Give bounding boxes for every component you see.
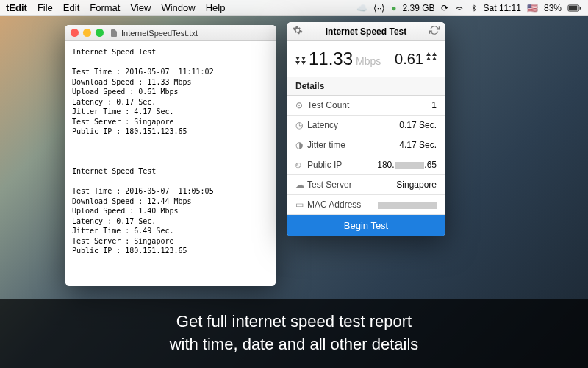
row-test-count: ⊙ Test Count 1 — [287, 96, 445, 116]
menu-format[interactable]: Format — [90, 2, 120, 13]
speed-readout: 11.33 Mbps 0.61 — [287, 41, 445, 77]
speed-test-titlebar: Internet Speed Test — [287, 22, 445, 41]
minimize-button[interactable] — [83, 29, 91, 37]
mac-icon: ▭ — [295, 199, 307, 210]
speed-test-window: Internet Speed Test 11.33 Mbps 0.61 Deta… — [287, 22, 445, 236]
upload-arrow-icon — [426, 52, 437, 67]
zoom-button[interactable] — [96, 29, 104, 37]
counter-icon: ⊙ — [295, 100, 307, 110]
textedit-titlebar[interactable]: InternetSpeedTest.txt — [65, 25, 276, 41]
bluetooth-icon[interactable] — [470, 3, 478, 13]
row-latency: ◷ Latency 0.17 Sec. — [287, 116, 445, 135]
menu-view[interactable]: View — [130, 2, 151, 13]
server-icon: ☁ — [295, 180, 307, 190]
jitter-icon: ◑ — [295, 140, 307, 150]
mac-label: MAC Address — [307, 199, 361, 210]
row-mac: ▭ MAC Address 00:00:00:00 — [287, 195, 445, 215]
public-ip-value: 180.00.000.65 — [377, 160, 437, 170]
close-button[interactable] — [71, 29, 79, 37]
public-ip-label: Public IP — [307, 160, 342, 170]
app-name[interactable]: tEdit — [6, 2, 27, 13]
cloud-icon[interactable]: ☁️ — [356, 3, 368, 13]
row-jitter: ◑ Jitter time 4.17 Sec. — [287, 135, 445, 155]
server-value: Singapore — [396, 180, 437, 190]
row-server: ☁ Test Server Singapore — [287, 175, 445, 195]
jitter-value: 4.17 Sec. — [399, 140, 437, 150]
latency-label: Latency — [307, 120, 338, 130]
mac-value: 00:00:00:00 — [378, 199, 437, 210]
caption-line-2: with time, date and all other details — [15, 333, 573, 356]
memory-status[interactable]: 2.39 GB — [403, 3, 435, 13]
textedit-body[interactable]: Internet Speed Test Test Time : 2016-05-… — [65, 41, 276, 262]
sync-icon[interactable]: ⟳ — [441, 3, 448, 13]
refresh-icon[interactable] — [429, 25, 440, 38]
test-count-label: Test Count — [307, 100, 349, 110]
settings-icon[interactable] — [293, 25, 303, 38]
clock-text[interactable]: Sat 11:11 — [484, 3, 521, 13]
filename-label: InternetSpeedTest.txt — [121, 29, 198, 38]
svg-rect-2 — [580, 7, 581, 9]
test-count-value: 1 — [431, 100, 437, 110]
download-speed-unit: Mbps — [356, 55, 381, 67]
textedit-window: InternetSpeedTest.txt Internet Speed Tes… — [65, 25, 276, 286]
details-header: Details — [287, 77, 445, 96]
status-dot-icon[interactable]: ● — [391, 3, 396, 13]
document-title: InternetSpeedTest.txt — [110, 29, 198, 38]
ip-icon: ⎋ — [295, 160, 307, 170]
download-arrow-icon — [295, 53, 306, 68]
menu-extra-icon[interactable]: ⟨··⟩ — [373, 3, 386, 13]
menu-file[interactable]: File — [37, 2, 53, 13]
download-speed-value: 11.33 — [309, 49, 353, 69]
caption-line-1: Get full internet speed test report — [15, 311, 573, 333]
speed-test-title: Internet Speed Test — [326, 26, 406, 37]
begin-test-button[interactable]: Begin Test — [287, 215, 445, 236]
latency-icon: ◷ — [295, 120, 307, 130]
battery-icon[interactable] — [567, 3, 582, 13]
battery-text[interactable]: 83% — [544, 3, 562, 13]
menu-edit[interactable]: Edit — [63, 2, 79, 13]
marketing-caption: Get full internet speed test report with… — [0, 299, 588, 368]
menu-help[interactable]: Help — [206, 2, 226, 13]
server-label: Test Server — [307, 180, 352, 190]
row-public-ip: ⎋ Public IP 180.00.000.65 — [287, 155, 445, 175]
wifi-icon[interactable] — [454, 3, 465, 13]
jitter-label: Jitter time — [307, 140, 345, 150]
flag-icon[interactable]: 🇺🇸 — [527, 3, 538, 13]
menubar: tEdit File Edit Format View Window Help … — [0, 0, 588, 16]
svg-rect-1 — [569, 5, 578, 10]
latency-value: 0.17 Sec. — [399, 120, 437, 130]
menu-window[interactable]: Window — [161, 2, 195, 13]
upload-speed-value: 0.61 — [395, 51, 423, 68]
